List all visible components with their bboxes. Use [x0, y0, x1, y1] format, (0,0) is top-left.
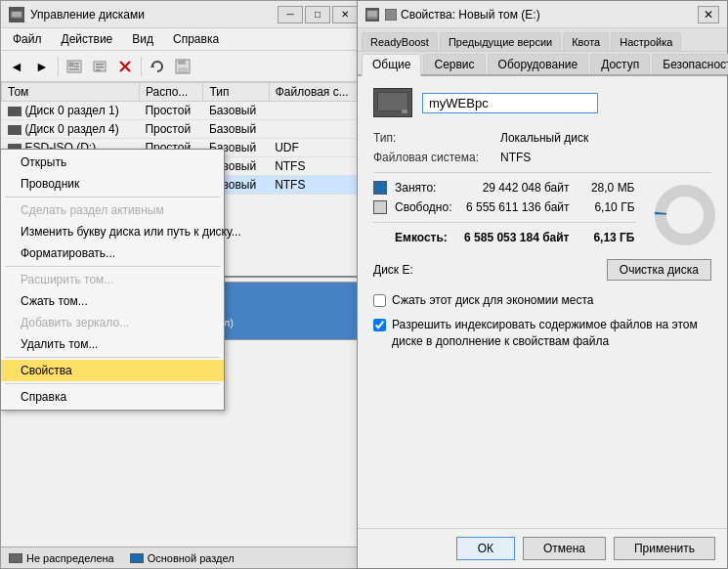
capacity-size: 6,13 ГБ — [581, 231, 635, 244]
vol-name-1: (Диск 0 раздел 1) — [2, 102, 140, 120]
dlg-main-tabs: Общие Сервис Оборудование Доступ Безопас… — [358, 52, 727, 76]
dlg-footer: ОК Отмена Применить — [358, 528, 727, 568]
tab-access[interactable]: Доступ — [590, 54, 650, 74]
compress-checkbox-row: Сжать этот диск для экономии места — [373, 292, 711, 309]
tab-hardware[interactable]: Оборудование — [488, 54, 589, 74]
tab-quota[interactable]: Квота — [563, 32, 609, 51]
properties-btn[interactable] — [63, 55, 86, 78]
free-bytes: 6 555 611 136 байт — [452, 200, 570, 214]
capacity-bytes: 6 585 053 184 байт — [452, 231, 570, 244]
svg-rect-18 — [367, 11, 377, 17]
divider-2 — [373, 222, 635, 223]
dlg-volume-row — [373, 88, 711, 117]
table-row[interactable]: (Диск 0 раздел 4) Простой Базовый — [2, 120, 365, 139]
index-label: Разрешить индексировать содержимое файло… — [392, 317, 711, 350]
dlg-top-tabs: ReadyBoost Предыдущие версии Квота Настр… — [358, 28, 727, 52]
free-row: Свободно: 6 555 611 136 байт 6,10 ГБ — [373, 200, 635, 214]
menu-file[interactable]: Файл — [5, 30, 50, 48]
dlg-title-icon — [365, 8, 379, 22]
cancel-btn[interactable]: Отмена — [523, 537, 606, 560]
tab-previous-versions[interactable]: Предыдущие версии — [440, 32, 561, 51]
type-value: Локальный диск — [500, 131, 588, 145]
free-indicator — [373, 200, 387, 214]
menu-action[interactable]: Действие — [54, 30, 121, 48]
main-title-bar: Управление дисками ─ □ ✕ — [1, 1, 365, 28]
legend-label-primary: Основной раздел — [148, 552, 235, 564]
svg-rect-3 — [69, 63, 73, 66]
index-checkbox[interactable] — [373, 319, 386, 331]
maximize-btn[interactable]: □ — [305, 6, 330, 23]
back-btn[interactable]: ◄ — [5, 55, 28, 78]
refresh-btn[interactable] — [146, 55, 169, 78]
col-location[interactable]: Распо... — [139, 83, 203, 102]
compress-checkbox[interactable] — [373, 294, 386, 307]
divider-1 — [373, 172, 711, 173]
volume-name-input[interactable] — [422, 93, 598, 113]
ctx-properties[interactable]: Свойства — [1, 360, 224, 381]
col-volume[interactable]: Том — [2, 83, 140, 102]
ctx-delete[interactable]: Удалить том... — [1, 333, 224, 355]
col-fs[interactable]: Файловая с... — [269, 83, 364, 102]
vol-type-2: Базовый — [203, 120, 269, 139]
tab-security[interactable]: Безопасность — [652, 54, 728, 74]
ctx-change-letter[interactable]: Изменить букву диска или путь к диску... — [1, 221, 224, 242]
ctx-sep-1 — [5, 197, 220, 197]
app-icon — [9, 7, 24, 22]
toolbar-sep-1 — [58, 57, 59, 76]
vol-fs-2 — [269, 120, 364, 139]
minimize-btn[interactable]: ─ — [278, 6, 303, 23]
ctx-shrink[interactable]: Сжать том... — [1, 290, 224, 312]
index-checkbox-row: Разрешить индексировать содержимое файло… — [373, 317, 711, 350]
dlg-close-btn[interactable]: ✕ — [698, 6, 719, 23]
delete-btn[interactable] — [113, 55, 137, 78]
ok-btn[interactable]: ОК — [456, 537, 515, 560]
tab-general[interactable]: Общие — [362, 54, 421, 76]
disk-label-text: Диск E: — [373, 263, 413, 277]
capacity-row: Емкость: 6 585 053 184 байт 6,13 ГБ — [373, 231, 635, 244]
tab-readyboost[interactable]: ReadyBoost — [362, 32, 438, 51]
svg-rect-9 — [96, 66, 104, 68]
menu-bar: Файл Действие Вид Справка — [1, 28, 365, 51]
donut-container — [651, 181, 719, 249]
menu-help[interactable]: Справка — [165, 30, 227, 48]
tab-service[interactable]: Сервис — [423, 54, 485, 74]
save-btn[interactable] — [171, 55, 194, 78]
used-size: 28,0 МБ — [581, 181, 635, 195]
capacity-label: Емкость: — [373, 231, 452, 244]
legend-color-gray — [9, 553, 22, 563]
vol-fs-1 — [269, 102, 364, 120]
window-controls: ─ □ ✕ — [278, 6, 358, 23]
ctx-explorer[interactable]: Проводник — [1, 173, 224, 195]
svg-rect-10 — [96, 69, 101, 71]
vol-fs-5: NTFS — [269, 176, 364, 195]
svg-rect-16 — [179, 68, 187, 72]
donut-chart — [651, 181, 719, 249]
svg-point-20 — [661, 191, 709, 240]
forward-btn[interactable]: ► — [30, 55, 54, 78]
tab-settings[interactable]: Настройка — [611, 32, 681, 51]
table-row[interactable]: (Диск 0 раздел 1) Простой Базовый — [2, 102, 365, 120]
fs-label: Файловая система: — [373, 151, 500, 164]
drive-icon — [373, 88, 412, 117]
ctx-help[interactable]: Справка — [1, 386, 224, 408]
space-table: Занято: 29 442 048 байт 28,0 МБ Свободно… — [373, 181, 635, 244]
free-size: 6,10 ГБ — [581, 200, 635, 214]
vol-fs-4: NTFS — [269, 157, 364, 176]
vol-loc-2: Простой — [139, 120, 203, 139]
main-window-title: Управление дисками — [30, 8, 272, 22]
menu-view[interactable]: Вид — [124, 30, 161, 48]
close-btn[interactable]: ✕ — [332, 6, 358, 23]
properties-dialog: Свойства: Новый том (E:) ✕ ReadyBoost Пр… — [357, 0, 728, 569]
ctx-open[interactable]: Открыть — [1, 152, 224, 173]
col-type[interactable]: Тип — [203, 83, 269, 102]
checkbox-section: Сжать этот диск для экономии места Разре… — [373, 292, 711, 349]
legend-bar: Не распределена Основной раздел — [1, 547, 365, 568]
vol-name-2: (Диск 0 раздел 4) — [2, 120, 140, 139]
settings-btn[interactable] — [88, 55, 111, 78]
fs-value: NTFS — [500, 151, 531, 164]
cleanup-btn[interactable]: Очистка диска — [607, 259, 711, 281]
apply-btn[interactable]: Применить — [614, 537, 715, 560]
used-bytes: 29 442 048 байт — [452, 181, 570, 195]
ctx-format[interactable]: Форматировать... — [1, 242, 224, 264]
dlg-title-bar: Свойства: Новый том (E:) ✕ — [358, 1, 727, 28]
